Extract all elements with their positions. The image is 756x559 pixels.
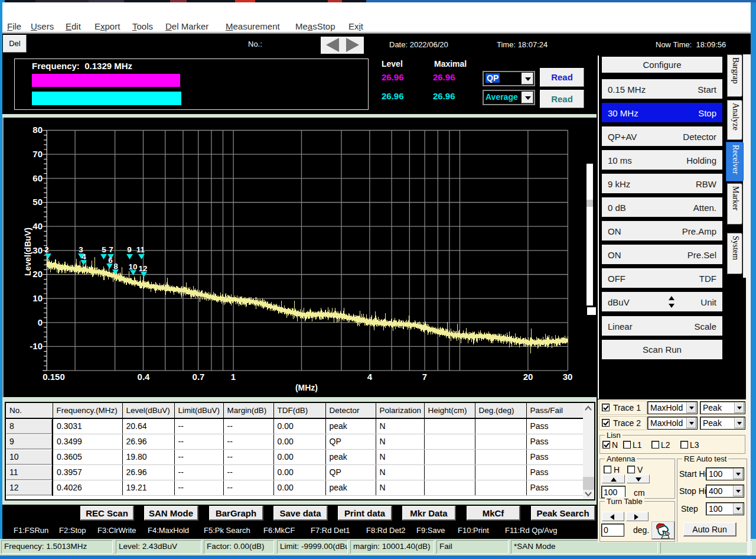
svg-text:11: 11: [136, 245, 145, 254]
svg-text:4: 4: [367, 372, 373, 382]
svg-text:1: 1: [231, 372, 236, 382]
svg-text:-10: -10: [30, 341, 43, 351]
svg-text:9: 9: [127, 245, 132, 254]
svg-text:2: 2: [44, 245, 49, 254]
svg-text:20: 20: [32, 269, 43, 279]
svg-text:0.150: 0.150: [43, 372, 65, 382]
svg-text:(MHz): (MHz): [295, 383, 318, 392]
svg-text:40: 40: [32, 221, 43, 231]
svg-text:30: 30: [32, 245, 43, 255]
svg-text:5: 5: [102, 245, 106, 254]
svg-text:7: 7: [422, 372, 427, 382]
svg-text:30: 30: [563, 372, 573, 382]
svg-text:12: 12: [138, 264, 147, 273]
svg-text:10: 10: [128, 262, 137, 271]
svg-text:8: 8: [113, 262, 118, 271]
svg-text:10: 10: [32, 293, 43, 303]
svg-text:7: 7: [109, 245, 113, 254]
svg-text:80: 80: [32, 125, 43, 135]
svg-text:0.4: 0.4: [138, 372, 151, 382]
svg-text:60: 60: [32, 173, 43, 183]
svg-text:6: 6: [108, 256, 113, 265]
svg-text:70: 70: [32, 149, 43, 159]
svg-text:0.7: 0.7: [193, 372, 205, 382]
svg-text:50: 50: [32, 197, 43, 207]
svg-text:0: 0: [38, 317, 43, 327]
svg-text:20: 20: [523, 372, 533, 382]
svg-text:Level(dBuV): Level(dBuV): [23, 228, 32, 276]
svg-text:4: 4: [82, 252, 86, 261]
